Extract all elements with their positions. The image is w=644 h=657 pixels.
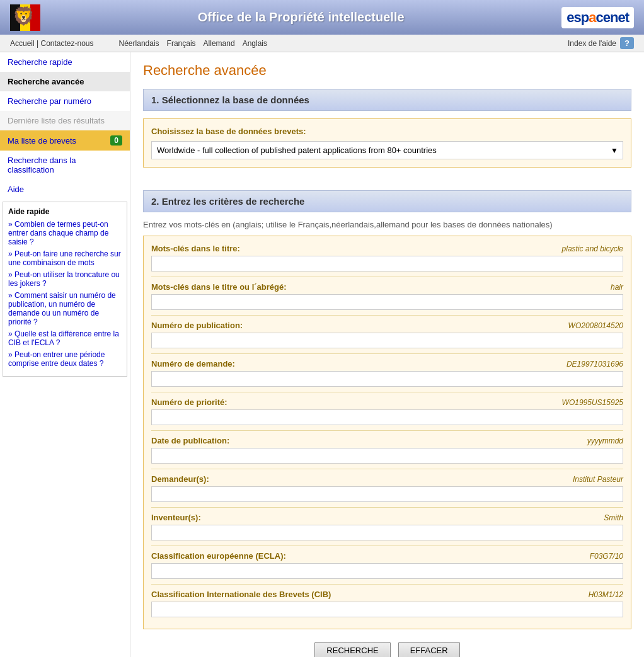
hint-priority-number: WO1995US15925 <box>562 398 623 407</box>
input-ecla[interactable] <box>151 563 623 579</box>
section2-header: 2. Entrez les critères de recherche <box>143 190 631 212</box>
accueil-link[interactable]: Accueil <box>10 39 35 48</box>
hint-inventor: Smith <box>604 513 623 522</box>
label-title-keywords: Mots-clés dans le titre: <box>151 244 240 253</box>
sidebar-item-recherche-avancee[interactable]: Recherche avancée <box>0 72 130 91</box>
svg-text:🦁: 🦁 <box>13 6 35 26</box>
hint-pub-date: yyyymmdd <box>587 437 623 445</box>
input-applicant[interactable] <box>151 486 623 502</box>
field-row-cib: Classification Internationale des Brevet… <box>151 590 623 622</box>
main-layout: Recherche rapide Recherche avancée Reche… <box>0 52 644 657</box>
input-inventor[interactable] <box>151 525 623 540</box>
button-row: RECHERCHE EFFACER <box>143 642 631 657</box>
db-select[interactable]: Worldwide - full collection of published… <box>151 141 623 159</box>
sidebar-item-recherche-rapide[interactable]: Recherche rapide <box>0 52 130 72</box>
ma-liste-badge: 0 <box>110 135 122 146</box>
aide-item-3[interactable]: Comment saisir un numéro de publication,… <box>8 291 122 326</box>
help-area: Index de l'aide ? <box>568 37 634 49</box>
lang-de[interactable]: Allemand <box>204 39 235 48</box>
help-index-link[interactable]: Index de l'aide <box>568 39 616 48</box>
sidebar-item-ma-liste[interactable]: Ma liste de brevets 0 <box>0 130 130 151</box>
hint-applicant: Institut Pasteur <box>573 475 623 484</box>
label-demand-number: Numéro de demande: <box>151 359 235 368</box>
input-priority-number[interactable] <box>151 409 623 425</box>
label-title-abstract: Mots-clés dans le titre ou l´abrégé: <box>151 282 287 292</box>
aide-rapide-title: Aide rapide <box>8 207 122 216</box>
db-select-area: Choisissez la base de données brevets: W… <box>143 118 631 168</box>
input-demand-number[interactable] <box>151 371 623 387</box>
hint-title-keywords: plastic and bicycle <box>562 244 623 253</box>
search-button[interactable]: RECHERCHE <box>314 642 390 657</box>
nav-left-links: Accueil | Contactez-nous <box>10 39 94 48</box>
field-row-inventor: Inventeur(s): Smith <box>151 513 623 546</box>
hint-cib: H03M1/12 <box>589 590 623 599</box>
label-pub-number: Numéro de publication: <box>151 321 243 330</box>
hint-ecla: F03G7/10 <box>590 552 623 561</box>
aide-item-2[interactable]: Peut-on utiliser la troncature ou les jo… <box>8 270 122 288</box>
input-title-abstract[interactable] <box>151 294 623 310</box>
aide-item-1[interactable]: Peut-on faire une recherche sur une comb… <box>8 249 122 267</box>
logo-left: 🦁 <box>10 4 40 31</box>
search-fields-area: Mots-clés dans le titre: plastic and bic… <box>143 236 631 629</box>
label-inventor: Inventeur(s): <box>151 513 201 522</box>
aide-item-0[interactable]: Combien de termes peut-on entrer dans ch… <box>8 220 122 246</box>
contact-link[interactable]: Contactez-nous <box>40 39 93 48</box>
header-title: Office de la Propriété intellectuelle <box>40 10 561 25</box>
field-row-title-abstract: Mots-clés dans le titre ou l´abrégé: hai… <box>151 282 623 316</box>
input-title-keywords[interactable] <box>151 256 623 271</box>
hint-pub-number: WO2008014520 <box>568 321 623 330</box>
aide-rapide-list: Combien de termes peut-on entrer dans ch… <box>8 220 122 368</box>
belgian-flag-icon: 🦁 <box>10 4 40 31</box>
sidebar: Recherche rapide Recherche avancée Reche… <box>0 52 130 657</box>
label-priority-number: Numéro de priorité: <box>151 397 227 407</box>
hint-title-abstract: hair <box>611 283 623 292</box>
label-cib: Classification Internationale des Brevet… <box>151 590 331 599</box>
aide-item-5[interactable]: Peut-on entrer une période comprise entr… <box>8 350 122 368</box>
field-row-pub-date: Date de publication: yyyymmdd <box>151 436 623 469</box>
label-pub-date: Date de publication: <box>151 436 229 445</box>
classification-link[interactable]: Recherche dans la classification <box>8 156 76 174</box>
label-ecla: Classification européenne (ECLA): <box>151 551 286 561</box>
field-row-ecla: Classification européenne (ECLA): F03G7/… <box>151 551 623 585</box>
clear-button[interactable]: EFFACER <box>398 642 460 657</box>
aide-rapide-section: Aide rapide Combien de termes peut-on en… <box>3 202 127 377</box>
aide-item-4[interactable]: Quelle est la différence entre la CIB et… <box>8 329 122 347</box>
field-row-priority-number: Numéro de priorité: WO1995US15925 <box>151 397 623 431</box>
label-applicant: Demandeur(s): <box>151 474 209 484</box>
lang-en[interactable]: Anglais <box>243 39 267 48</box>
criteria-intro: Entrez vos mots-clés en (anglais; utilis… <box>143 220 631 229</box>
input-pub-date[interactable] <box>151 448 623 464</box>
sidebar-item-recherche-numero[interactable]: Recherche par numéro <box>0 91 130 111</box>
lang-fr[interactable]: Français <box>167 39 196 48</box>
choose-db-label: Choisissez la base de données brevets: <box>151 127 623 136</box>
input-cib[interactable] <box>151 602 623 617</box>
hint-demand-number: DE19971031696 <box>566 360 623 368</box>
field-row-title-keywords: Mots-clés dans le titre: plastic and bic… <box>151 244 623 277</box>
ma-liste-link[interactable]: Ma liste de brevets <box>8 136 76 146</box>
navbar: Accueil | Contactez-nous Néerlandais Fra… <box>0 35 644 52</box>
input-pub-number[interactable] <box>151 333 623 348</box>
sidebar-item-classification[interactable]: Recherche dans la classification <box>0 151 130 180</box>
sidebar-item-derniere-liste: Dernière liste des résultats <box>0 111 130 130</box>
content: Recherche avancée 1. Sélectionnez la bas… <box>130 52 644 657</box>
field-row-pub-number: Numéro de publication: WO2008014520 <box>151 321 623 354</box>
field-row-demand-number: Numéro de demande: DE19971031696 <box>151 359 623 392</box>
sidebar-item-aide[interactable]: Aide <box>0 180 130 199</box>
section1-header: 1. Sélectionnez la base de données <box>143 89 631 111</box>
page-title: Recherche avancée <box>143 62 631 79</box>
help-button[interactable]: ? <box>620 37 634 49</box>
header: 🦁 Office de la Propriété intellectuelle … <box>0 0 644 35</box>
lang-nl[interactable]: Néerlandais <box>119 39 159 48</box>
language-links: Néerlandais Français Allemand Anglais <box>119 39 267 48</box>
espacenet-logo: espacenet <box>561 7 634 28</box>
db-select-wrapper: Worldwide - full collection of published… <box>151 141 623 159</box>
field-row-applicant: Demandeur(s): Institut Pasteur <box>151 474 623 508</box>
